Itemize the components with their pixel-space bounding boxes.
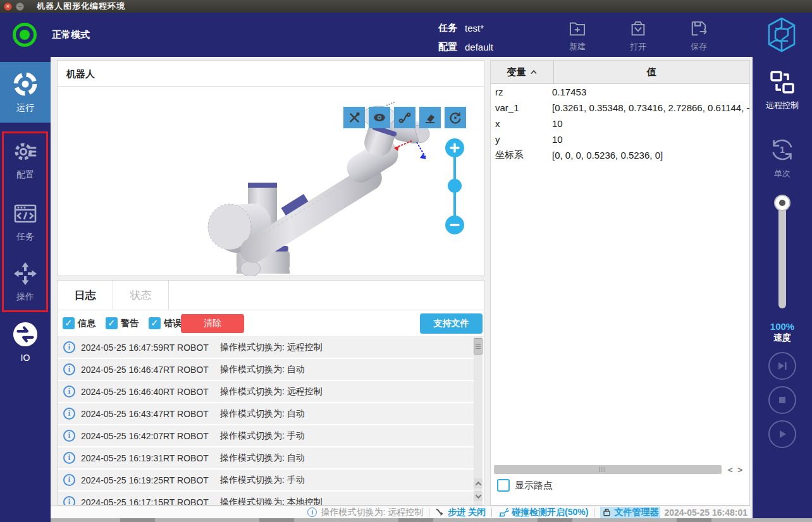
rotate-view-button[interactable] <box>445 107 466 128</box>
close-icon[interactable]: × <box>4 3 12 11</box>
support-file-button[interactable]: 支持文件 <box>420 313 483 334</box>
minimize-icon[interactable]: – <box>16 3 24 11</box>
info-icon: i <box>63 341 75 353</box>
filter-info-checkbox[interactable]: 信息 <box>63 317 95 329</box>
info-icon: i <box>63 385 75 398</box>
remote-control-button[interactable]: 远程控制 <box>753 68 812 111</box>
log-row[interactable]: i 2024-05-25 16:17:15 RT ROBOT 操作模式切换为: … <box>58 492 474 505</box>
robot-3d-view[interactable] <box>58 87 484 276</box>
step-arrow-icon <box>435 507 445 518</box>
variables-header: 变量 值 <box>491 61 749 84</box>
hscrollbar-thumb[interactable] <box>494 465 722 474</box>
tab-status[interactable]: 状态 <box>113 281 169 310</box>
move-arrows-icon <box>13 261 38 286</box>
bottom-edge-strip <box>51 518 812 522</box>
zoom-control <box>445 138 465 234</box>
sidebar-item-task[interactable]: 任务 <box>0 201 51 243</box>
sidebar-item-io[interactable]: IO <box>0 321 51 363</box>
scroll-right-button[interactable]: > <box>738 465 743 475</box>
new-button[interactable]: 新建 <box>557 18 598 52</box>
log-filter-bar: 信息 警告 错误 清除 支持文件 <box>58 310 484 337</box>
status-datetime: 2024-05-25 16:48:01 <box>664 507 747 518</box>
show-waypoints-checkbox[interactable]: 显示路点 <box>497 479 553 492</box>
run-icon <box>12 71 39 97</box>
open-button[interactable]: 打开 <box>617 18 659 52</box>
skip-next-icon <box>777 360 788 372</box>
log-row[interactable]: i 2024-05-25 16:46:47 RT ROBOT 操作模式切换为: … <box>58 359 474 380</box>
log-row[interactable]: i 2024-05-25 16:43:47 RT ROBOT 操作模式切换为: … <box>58 403 474 424</box>
clear-button[interactable]: 清除 <box>181 314 244 333</box>
log-row[interactable]: i 2024-05-25 16:42:07 RT ROBOT 操作模式切换为: … <box>58 425 474 446</box>
file-manager-button[interactable]: 文件管理器 <box>600 507 660 518</box>
code-window-icon <box>13 201 38 226</box>
speed-value: 100% <box>753 321 812 332</box>
single-run-button[interactable]: 1 单次 <box>753 135 812 179</box>
zoom-in-button[interactable] <box>445 138 464 157</box>
value-column-header[interactable]: 值 <box>554 61 749 83</box>
save-button[interactable]: 保存 <box>678 18 720 52</box>
speed-slider <box>753 193 812 313</box>
scrollbar-thumb[interactable] <box>474 338 483 355</box>
variable-row[interactable]: y 10 <box>491 131 749 147</box>
tools-icon <box>347 110 362 125</box>
eraser-icon <box>422 110 438 125</box>
usb-drive-icon <box>602 507 612 517</box>
new-file-icon <box>567 18 588 39</box>
scroll-left-button[interactable]: < <box>728 465 733 475</box>
path-button[interactable] <box>394 107 415 128</box>
task-value: test* <box>465 23 484 33</box>
window-title: 机器人图形化编程环境 <box>37 1 125 12</box>
tools-button[interactable] <box>343 107 365 128</box>
collision-icon <box>498 507 509 518</box>
right-sidebar: 远程控制 1 单次 100% 速度 <box>753 57 812 518</box>
sidebar-item-config[interactable]: 配置 <box>0 139 51 181</box>
log-row[interactable]: i 2024-05-25 16:19:25 RT ROBOT 操作模式切换为: … <box>58 470 474 490</box>
sidebar-item-operate[interactable]: 操作 <box>0 261 51 303</box>
variable-column-header[interactable]: 变量 <box>491 61 554 83</box>
stop-button[interactable] <box>768 386 796 414</box>
mode-indicator-icon <box>13 23 37 47</box>
checkbox-unchecked-icon <box>497 479 510 492</box>
left-sidebar-footer <box>0 465 51 522</box>
left-sidebar: 运行 配置 任务 操作 <box>0 57 51 522</box>
variable-row[interactable]: var_1 [0.3261, 0.35348, 0.73416, 2.72866… <box>491 100 749 116</box>
variable-row[interactable]: x 10 <box>491 116 749 131</box>
gear-icon <box>13 139 38 164</box>
zoom-out-button[interactable] <box>445 215 464 234</box>
speed-slider-handle[interactable] <box>774 195 790 211</box>
scroll-down-button[interactable] <box>474 491 483 501</box>
log-row[interactable]: i 2024-05-25 16:47:59 RT ROBOT 操作模式切换为: … <box>58 337 474 358</box>
collision-detection-indicator[interactable]: 碰撞检测开启(50%) <box>498 507 588 518</box>
variable-row[interactable]: 坐标系 [0, 0, 0, 0.5236, 0.5236, 0] <box>491 147 749 163</box>
config-label: 配置 <box>438 41 457 53</box>
info-icon: i <box>307 507 317 517</box>
zoom-slider-handle[interactable] <box>448 179 462 193</box>
log-panel: 日志 状态 信息 警告 错误 清除 支持文件 i 2024-05-25 16:4… <box>57 280 484 506</box>
visibility-button[interactable] <box>369 107 390 128</box>
tab-log[interactable]: 日志 <box>58 281 113 310</box>
scroll-up-button[interactable] <box>474 478 483 489</box>
filter-error-checkbox[interactable]: 错误 <box>149 317 181 329</box>
divider <box>429 508 429 517</box>
sidebar-item-run[interactable]: 运行 <box>0 62 51 123</box>
log-scrollbar[interactable] <box>474 337 483 505</box>
filter-warning-checkbox[interactable]: 警告 <box>106 317 138 329</box>
variables-panel: 变量 值 rz 0.17453 var_1 [0.3261, 0.35348, … <box>490 60 750 506</box>
eraser-button[interactable] <box>419 107 441 128</box>
log-row[interactable]: i 2024-05-25 16:46:40 RT ROBOT 操作模式切换为: … <box>58 381 474 402</box>
plus-icon <box>450 143 460 153</box>
robot-view-toolbar <box>343 107 466 128</box>
app-logo-icon <box>765 16 798 53</box>
log-list[interactable]: i 2024-05-25 16:47:59 RT ROBOT 操作模式切换为: … <box>58 337 484 505</box>
play-button[interactable] <box>768 420 796 448</box>
header: 正常模式 任务 test* 配置 default 新建 打开 <box>0 13 812 57</box>
divider <box>594 508 594 517</box>
log-row[interactable]: i 2024-05-25 16:19:31 RT ROBOT 操作模式切换为: … <box>58 447 474 468</box>
step-next-button[interactable] <box>768 352 796 380</box>
speed-slider-track[interactable] <box>778 201 786 308</box>
variable-row[interactable]: rz 0.17453 <box>491 84 749 100</box>
step-mode-indicator[interactable]: 步进 关闭 <box>435 507 486 518</box>
variables-hscrollbar[interactable]: < > <box>491 464 749 475</box>
rotate-icon <box>448 110 463 125</box>
titlebar: × – 机器人图形化编程环境 <box>0 0 812 13</box>
